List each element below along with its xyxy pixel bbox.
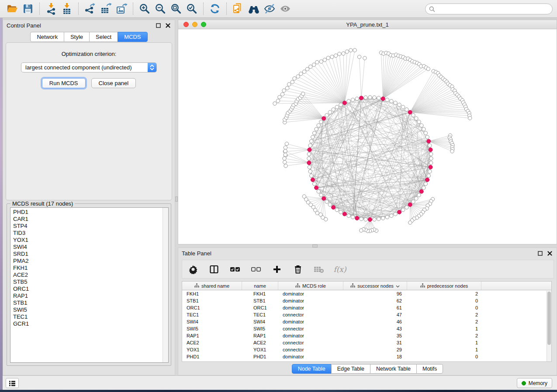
- open-file-icon[interactable]: [4, 2, 20, 16]
- zoom-in-icon[interactable]: [137, 2, 152, 16]
- delete-column-trash-icon[interactable]: [292, 264, 304, 275]
- shared-column-icon: [350, 283, 355, 289]
- column-header-filler: [481, 282, 551, 290]
- table-row[interactable]: YOX1YOX1connector291: [182, 346, 551, 353]
- mcds-result-item[interactable]: SWI5: [13, 306, 168, 313]
- search-input[interactable]: [435, 6, 552, 12]
- cell-predecessor-nodes: 1: [407, 339, 481, 346]
- network-canvas[interactable]: [178, 29, 557, 244]
- zoom-selected-icon[interactable]: [184, 2, 200, 16]
- tab-edge-table[interactable]: Edge Table: [331, 364, 370, 374]
- export-image-icon[interactable]: [114, 2, 129, 16]
- cell-MCDS-role: connector: [278, 346, 343, 353]
- import-network-icon[interactable]: [43, 2, 59, 16]
- tab-node-table[interactable]: Node Table: [292, 364, 332, 374]
- close-panel-button[interactable]: Close panel: [91, 78, 136, 88]
- show-hidden-eye-icon[interactable]: [277, 2, 293, 16]
- add-column-icon[interactable]: [271, 264, 283, 275]
- deselect-all-icon[interactable]: [250, 264, 262, 275]
- refresh-icon[interactable]: [207, 2, 223, 16]
- table-row[interactable]: ACE2ACE2connector311: [182, 339, 551, 346]
- mcds-result-item[interactable]: TID3: [13, 230, 168, 237]
- node-table: shared namenameMCDS rolesuccessor nodesp…: [182, 281, 552, 362]
- table-row[interactable]: PHD1PHD1dominator180: [182, 353, 551, 360]
- float-panel-icon[interactable]: [536, 250, 543, 257]
- tab-style[interactable]: Style: [64, 32, 90, 42]
- tab-motifs[interactable]: Motifs: [416, 364, 443, 374]
- optimization-criterion-select[interactable]: largest connected component (undirected): [21, 62, 157, 72]
- cell-successor-nodes: 61: [343, 304, 407, 311]
- mcds-result-item[interactable]: SRD1: [13, 251, 168, 258]
- table-panel-title: Table Panel: [182, 250, 211, 257]
- table-settings-gear-icon[interactable]: [187, 264, 199, 275]
- table-row[interactable]: FKH1FKH1dominator962: [182, 290, 551, 297]
- mcds-result-item[interactable]: FKH1: [13, 265, 168, 272]
- select-all-icon[interactable]: [229, 264, 241, 275]
- tab-network-table[interactable]: Network Table: [370, 364, 417, 374]
- column-header-shared-name[interactable]: shared name: [182, 282, 242, 290]
- mcds-result-item[interactable]: ACE2: [13, 272, 168, 279]
- cell-successor-nodes: 43: [343, 325, 407, 332]
- column-header-MCDS-role[interactable]: MCDS role: [278, 282, 343, 290]
- main-toolbar: [0, 0, 557, 18]
- mcds-result-item[interactable]: ORC1: [13, 285, 168, 292]
- mcds-result-item[interactable]: YOX1: [13, 237, 168, 244]
- column-header-name[interactable]: name: [242, 282, 278, 290]
- mcds-result-item[interactable]: CAR1: [13, 216, 168, 223]
- mcds-result-item[interactable]: GCR1: [13, 320, 168, 327]
- table-row[interactable]: TEC1TEC1connector472: [182, 311, 551, 318]
- run-mcds-button[interactable]: Run MCDS: [42, 78, 86, 88]
- export-network-icon[interactable]: [82, 2, 98, 16]
- mcds-result-item[interactable]: TEC1: [13, 313, 168, 320]
- mcds-result-item[interactable]: STB1: [13, 299, 168, 306]
- zoom-out-icon[interactable]: [152, 2, 168, 16]
- mcds-result-item[interactable]: PHD1: [13, 209, 168, 216]
- search-box[interactable]: [425, 3, 553, 14]
- panel-list-button[interactable]: [6, 378, 19, 388]
- table-row[interactable]: SWI5SWI5connector431: [182, 325, 551, 332]
- horizontal-splitter[interactable]: [178, 244, 557, 248]
- cell-MCDS-role: dominator: [278, 304, 343, 311]
- close-panel-icon[interactable]: [546, 250, 553, 257]
- save-session-icon[interactable]: [20, 2, 36, 16]
- network-graph[interactable]: [178, 29, 557, 244]
- zoom-fit-icon[interactable]: [168, 2, 184, 16]
- show-columns-icon[interactable]: [208, 264, 220, 275]
- network-window-titlebar[interactable]: YPA_prune.txt_1: [178, 20, 557, 29]
- memory-button[interactable]: Memory: [517, 378, 552, 388]
- optimization-criterion-label: Optimization criterion:: [6, 51, 172, 57]
- shared-column-icon: [295, 283, 300, 289]
- horizontal-splitter-handle[interactable]: [312, 244, 318, 248]
- cell-shared-name: SWI5: [182, 325, 242, 332]
- table-toolbar: f(x): [182, 260, 554, 279]
- mcds-result-item[interactable]: PMA2: [13, 258, 168, 265]
- mcds-result-item[interactable]: STB5: [13, 279, 168, 285]
- tab-network[interactable]: Network: [30, 32, 64, 42]
- table-scrollbar-thumb[interactable]: [547, 292, 551, 345]
- mcds-result-item[interactable]: STP4: [13, 223, 168, 230]
- cell-predecessor-nodes: 1: [407, 325, 481, 332]
- close-panel-icon[interactable]: [164, 22, 171, 29]
- table-scrollbar[interactable]: [547, 291, 551, 362]
- mcds-result-item[interactable]: RAP1: [13, 292, 168, 299]
- import-table-icon[interactable]: [59, 2, 75, 16]
- cell-shared-name: YOX1: [182, 346, 242, 353]
- column-header-predecessor-nodes[interactable]: predecessor nodes: [407, 282, 481, 290]
- mcds-list-scrollbar[interactable]: [163, 208, 168, 362]
- toolbar-separator: [226, 3, 227, 15]
- table-row[interactable]: ORC1ORC1dominator610: [182, 304, 551, 311]
- binoculars-icon[interactable]: [246, 2, 262, 16]
- mcds-result-list[interactable]: PHD1CAR1STP4TID3YOX1SWI4SRD1PMA2FKH1ACE2…: [10, 207, 169, 363]
- table-row[interactable]: RAP1RAP1dominator352: [182, 332, 551, 339]
- mcds-result-item[interactable]: SWI4: [13, 244, 168, 251]
- table-row[interactable]: SWI4SWI4dominator462: [182, 318, 551, 325]
- hide-selected-eye-slash-icon[interactable]: [262, 2, 277, 16]
- table-row[interactable]: STB1STB1dominator620: [182, 297, 551, 304]
- export-table-icon[interactable]: [98, 2, 114, 16]
- column-header-successor-nodes[interactable]: successor nodes: [343, 282, 407, 290]
- tab-select[interactable]: Select: [89, 32, 118, 42]
- clone-network-icon[interactable]: [230, 2, 246, 16]
- tab-mcds[interactable]: MCDS: [118, 32, 147, 42]
- float-panel-icon[interactable]: [155, 22, 162, 29]
- cell-predecessor-nodes: 0: [407, 297, 481, 304]
